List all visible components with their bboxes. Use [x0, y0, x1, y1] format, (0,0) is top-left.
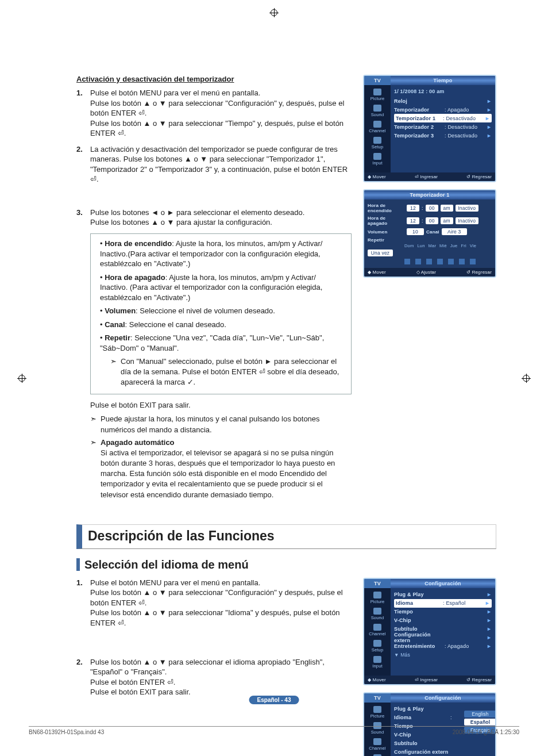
picture-icon — [373, 706, 381, 713]
chevron-right-icon: ► — [486, 107, 492, 113]
osd-row[interactable]: Temporizador: Apagado► — [394, 105, 492, 114]
step-body: Pulse el botón MENU para ver el menú en … — [90, 578, 352, 628]
tmr-vol-row[interactable]: Volumen 10 Canal Aire 3 — [368, 228, 492, 235]
channel-icon — [373, 738, 381, 745]
osd-row[interactable]: Tiempo► — [394, 608, 492, 616]
manual-note: Con "Manual" seleccionado, pulse el botó… — [110, 356, 344, 387]
osd-row[interactable]: Subtítulo — [394, 739, 492, 748]
osd-row[interactable]: Temporizador 3: Desactivado► — [394, 131, 492, 140]
section-heading-functions: Descripción de las Funciones — [76, 524, 496, 549]
tmr-days: Dom Lun Mar Mié Jue Fri Vie — [404, 243, 492, 248]
steps-list-b: 1. Pulse el botón MENU para ver el menú … — [76, 578, 352, 697]
step-body: Pulse los botones ◄ o ► para seleccionar… — [90, 208, 352, 228]
osd-title: Configuración — [391, 693, 495, 703]
tmr-repeat-row[interactable]: Repetir — [368, 237, 492, 243]
channel-icon — [373, 121, 381, 128]
osd-nav: Picture Sound Channel Setup Input — [364, 85, 391, 172]
chevron-right-icon: ► — [486, 592, 492, 597]
note-adjust: Puede ajustar la hora, los minutos y el … — [90, 414, 352, 435]
step-number: 1. — [76, 578, 90, 628]
osd-row[interactable]: Plug & Play► — [394, 590, 492, 599]
tmr-day-checkboxes[interactable] — [404, 259, 492, 264]
setup-icon — [373, 137, 381, 144]
tmr-on-row[interactable]: Hora de encendido 12: 00 am Inactivo — [368, 203, 492, 213]
osd-date: 1/ 1/2008 12 : 00 am — [394, 89, 492, 94]
subsection-heading-language: Selección del idioma de menú — [76, 558, 496, 571]
chevron-right-icon: ► — [484, 600, 490, 606]
osd-row[interactable]: V-Chip► — [394, 616, 492, 625]
osd-tv-label: TV — [364, 693, 391, 703]
chevron-right-icon: ► — [486, 617, 492, 623]
setup-icon — [373, 640, 381, 647]
step-number: 2. — [76, 657, 90, 697]
osd-row[interactable]: Temporizador 2: Desactivado► — [394, 122, 492, 131]
osd-title: Configuración — [391, 579, 495, 588]
step-number: 2. — [76, 144, 90, 185]
osd-footer: ◆ Mover ⏎ Ingresar ↺ Regresar — [364, 172, 495, 181]
osd-row[interactable]: Configuración extern► — [394, 634, 492, 642]
page-number-badge: Español - 43 — [249, 696, 299, 704]
osd-temporizador1: Temporizador 1 Hora de encendido 12: 00 … — [363, 189, 496, 278]
chevron-right-icon: ► — [486, 609, 492, 615]
sound-icon — [373, 608, 381, 615]
step-body: La activación y desactivación del tempor… — [90, 144, 352, 185]
note-auto-off: Apagado automático Si activa el temporiz… — [90, 438, 352, 500]
picture-icon — [373, 592, 381, 598]
page: Activación y desactivación del temporiza… — [0, 0, 548, 756]
section-heading-timer: Activación y desactivación del temporiza… — [76, 75, 352, 83]
osd-configuracion-2: TV Configuración Picture Sound Channel S… — [363, 692, 496, 756]
chevron-right-icon: ► — [486, 133, 492, 139]
options-box: • Hora de encendido: Ajuste la hora, los… — [90, 233, 352, 394]
step-number: 1. — [76, 88, 90, 139]
osd-footer: ◆ Mover ⏎ Ingresar ↺ Regresar — [364, 676, 495, 684]
osd-row[interactable]: Reloj► — [394, 97, 492, 105]
input-icon — [373, 656, 381, 663]
print-footer: BN68-01392H-01Spa.indd 43 2008-04-14 ¿ÀÈ… — [29, 726, 519, 735]
osd-row-selected[interactable]: Idioma: Español► — [394, 599, 492, 608]
chevron-right-icon: ► — [486, 643, 492, 649]
chevron-right-icon: ► — [486, 635, 492, 640]
sound-icon — [373, 105, 381, 112]
osd-title: Temporizador 1 — [364, 190, 495, 199]
dropdown-option-selected[interactable]: Español — [464, 719, 496, 726]
chevron-right-icon: ► — [486, 124, 492, 130]
steps-list-a: 1. Pulse el botón MENU para ver el menú … — [76, 88, 352, 228]
osd-more: ▼ Más — [394, 652, 492, 658]
picture-icon — [373, 89, 381, 95]
after-box-block: Pulse el botón EXIT para salir. Puede aj… — [90, 400, 352, 500]
dropdown-option[interactable]: English — [464, 711, 496, 717]
osd-row-selected[interactable]: Temporizador 1: Desactivado► — [394, 114, 492, 122]
exit-line: Pulse el botón EXIT para salir. — [90, 400, 352, 410]
osd-tv-label: TV — [364, 579, 391, 588]
channel-icon — [373, 624, 381, 631]
step-body: Pulse los botón ▲ o ▼ para seleccionar e… — [90, 657, 352, 697]
input-icon — [373, 153, 381, 160]
step-body: Pulse el botón MENU para ver el menú en … — [90, 88, 352, 139]
osd-tv-label: TV — [364, 76, 391, 85]
osd-configuracion-1: TV Configuración Picture Sound Channel S… — [363, 578, 496, 685]
chevron-right-icon: ► — [486, 626, 492, 632]
step-number: 3. — [76, 208, 90, 228]
osd-row[interactable]: Configuración extern — [394, 748, 492, 756]
osd-title: Tiempo — [391, 76, 495, 85]
chevron-right-icon: ► — [484, 116, 490, 121]
osd-nav: Picture Sound Channel Setup Input — [364, 588, 391, 676]
tmr-once-pill[interactable]: Una vez — [368, 250, 393, 256]
osd-footer: ◆ Mover ◇ Ajustar ↺ Regresar — [364, 268, 495, 277]
osd-tiempo: TV Tiempo Picture Sound Channel Setup In… — [363, 75, 496, 182]
chevron-right-icon: ► — [486, 98, 492, 104]
tmr-off-row[interactable]: Hora de apagado 12: 00 am Inactivo — [368, 216, 492, 226]
osd-row[interactable]: Entretenimiento: Apagado► — [394, 642, 492, 651]
